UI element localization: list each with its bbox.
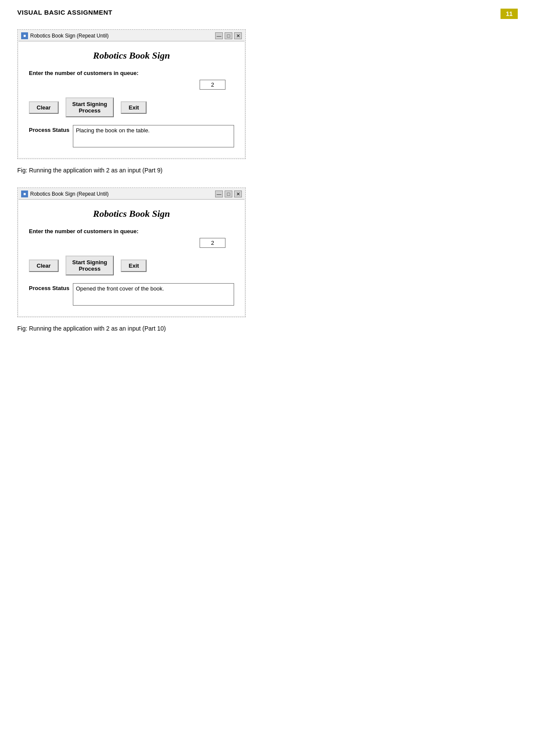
figure1-caption: Fig: Running the application with 2 as a… [17,167,518,174]
titlebar-left: ■ Robotics Book Sign (Repeat Until) [21,32,109,39]
status-box-2: Opened the front cover of the book. [73,283,234,306]
app-icon-2: ■ [21,191,28,197]
titlebar-title-2: Robotics Book Sign (Repeat Until) [30,191,109,197]
status-label: Process Status [29,125,69,133]
figure1-body: Robotics Book Sign Enter the number of c… [19,41,244,158]
maximize-button[interactable]: □ [225,32,232,39]
buttons-row-2: Clear Start SigningProcess Exit [29,256,234,275]
titlebar-controls-2: — □ ✕ [215,191,242,197]
titlebar-controls: — □ ✕ [215,32,242,39]
input-label-2: Enter the number of customers in queue: [29,228,234,234]
titlebar-title: Robotics Book Sign (Repeat Until) [30,33,109,39]
exit-button[interactable]: Exit [121,101,147,114]
titlebar-left-2: ■ Robotics Book Sign (Repeat Until) [21,191,109,197]
page-number: 11 [501,9,518,19]
clear-button-2[interactable]: Clear [29,259,59,272]
figure1-window: ■ Robotics Book Sign (Repeat Until) — □ … [17,29,246,159]
app-title-2: Robotics Book Sign [29,208,234,219]
status-box: Placing the book on the table. [73,125,234,147]
close-button-2[interactable]: ✕ [234,191,242,197]
app-title: Robotics Book Sign [29,50,234,61]
minimize-button-2[interactable]: — [215,191,223,197]
input-row [29,80,234,90]
figure2-body: Robotics Book Sign Enter the number of c… [19,200,244,316]
customers-input[interactable] [200,80,225,90]
close-button[interactable]: ✕ [234,32,242,39]
figure2-titlebar: ■ Robotics Book Sign (Repeat Until) — □ … [19,189,244,200]
page-title: VISUAL BASIC ASSIGNMENT [17,9,113,16]
figure2-window: ■ Robotics Book Sign (Repeat Until) — □ … [17,187,246,317]
customers-input-2[interactable] [200,238,225,248]
start-signing-button-2[interactable]: Start SigningProcess [66,256,114,275]
exit-button-2[interactable]: Exit [121,259,147,272]
buttons-row: Clear Start SigningProcess Exit [29,97,234,117]
figure2-caption: Fig: Running the application with 2 as a… [17,325,518,332]
status-row-2: Process Status Opened the front cover of… [29,283,234,306]
figure1-wrapper: ■ Robotics Book Sign (Repeat Until) — □ … [17,29,246,159]
start-signing-button[interactable]: Start SigningProcess [66,97,114,117]
page-header: VISUAL BASIC ASSIGNMENT 11 [17,9,518,19]
figure2-wrapper: ■ Robotics Book Sign (Repeat Until) — □ … [17,187,246,317]
status-label-2: Process Status [29,283,69,291]
maximize-button-2[interactable]: □ [225,191,232,197]
app-icon: ■ [21,32,28,39]
clear-button[interactable]: Clear [29,101,59,114]
figure1-titlebar: ■ Robotics Book Sign (Repeat Until) — □ … [19,31,244,41]
input-label: Enter the number of customers in queue: [29,70,234,76]
input-row-2 [29,238,234,248]
minimize-button[interactable]: — [215,32,223,39]
status-row: Process Status Placing the book on the t… [29,125,234,147]
